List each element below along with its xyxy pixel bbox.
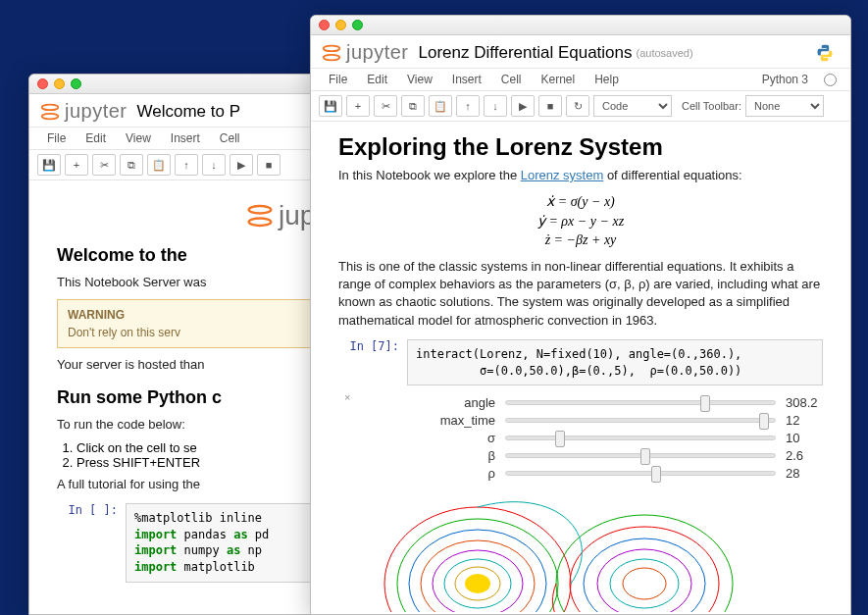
slider-value: 308.2 <box>776 395 823 410</box>
intro-para: In this Notebook we explore the Lorenz s… <box>338 167 823 184</box>
add-button[interactable]: + <box>346 95 370 117</box>
run-button[interactable]: ▶ <box>511 95 535 117</box>
kernel-idle-icon <box>824 74 837 86</box>
eq-3: ż = −βz + xy <box>338 231 823 250</box>
svg-point-2 <box>249 206 272 214</box>
widget-panel: × angle308.2max_time12σ10β2.6ρ28 <box>407 395 823 481</box>
stop-button[interactable]: ■ <box>538 95 562 117</box>
slider-value: 10 <box>776 431 823 445</box>
menu-file[interactable]: File <box>319 69 357 90</box>
slider-track[interactable] <box>505 436 776 440</box>
add-button[interactable]: + <box>65 154 88 176</box>
jupyter-logo[interactable]: jupyter <box>321 41 409 64</box>
slider-value: 2.6 <box>776 448 823 463</box>
menu-insert[interactable]: Insert <box>161 128 210 149</box>
copy-button[interactable]: ⧉ <box>401 95 425 117</box>
notebook-title[interactable]: Lorenz Differential Equations <box>419 43 633 63</box>
slider-label: max_time <box>407 413 505 428</box>
close-widget-icon[interactable]: × <box>344 391 350 403</box>
kernel-status: Python 3 <box>752 69 842 90</box>
slider-track[interactable] <box>505 400 776 405</box>
toolbar: 💾 + ✂ ⧉ 📋 ↑ ↓ ▶ ■ ↻ Code Cell Toolbar: N… <box>311 91 850 122</box>
logo-text: jupyter <box>346 41 409 64</box>
slider-max_time: max_time12 <box>407 413 823 428</box>
menubar: File Edit View Insert Cell Kernel Help P… <box>311 69 850 91</box>
titlebar[interactable] <box>311 16 850 35</box>
cell-toolbar-select[interactable]: None <box>745 95 824 117</box>
svg-point-8 <box>409 530 546 612</box>
slider-track[interactable] <box>505 453 776 458</box>
copy-button[interactable]: ⧉ <box>120 154 143 176</box>
slider-value: 28 <box>776 466 823 481</box>
menu-help[interactable]: Help <box>585 69 629 90</box>
slider-thumb[interactable] <box>651 466 661 483</box>
menu-view[interactable]: View <box>116 128 161 149</box>
svg-point-18 <box>610 559 679 608</box>
paste-button[interactable]: 📋 <box>147 154 171 176</box>
up-button[interactable]: ↑ <box>175 154 198 176</box>
eq-1: ẋ = σ(y − x) <box>338 192 823 212</box>
description: This is one of the classic systems in no… <box>338 258 823 330</box>
restart-button[interactable]: ↻ <box>566 95 589 117</box>
svg-point-5 <box>324 54 340 60</box>
front-window: jupyter Lorenz Differential Equations (a… <box>310 15 851 615</box>
save-button[interactable]: 💾 <box>319 95 342 117</box>
slider-label: ρ <box>407 466 505 481</box>
warning-body: Don't rely on this serv <box>68 326 180 339</box>
logo-text: jupyter <box>65 100 128 123</box>
paste-button[interactable]: 📋 <box>429 95 452 117</box>
cut-button[interactable]: ✂ <box>92 154 116 176</box>
menu-file[interactable]: File <box>37 128 76 149</box>
lorenz-link[interactable]: Lorenz system <box>521 168 604 182</box>
zoom-icon[interactable] <box>71 78 81 89</box>
code-cell[interactable]: In [7]: interact(Lorenz, N=fixed(10), an… <box>338 339 823 386</box>
svg-point-1 <box>42 113 59 119</box>
menu-edit[interactable]: Edit <box>76 128 116 149</box>
menu-cell[interactable]: Cell <box>491 69 532 90</box>
up-button[interactable]: ↑ <box>456 95 480 117</box>
menu-kernel[interactable]: Kernel <box>532 69 586 90</box>
autosaved-label: (autosaved) <box>637 47 693 59</box>
input-prompt: In [7]: <box>338 339 407 386</box>
minimize-icon[interactable] <box>54 78 65 89</box>
slider-thumb[interactable] <box>555 431 565 447</box>
menu-edit[interactable]: Edit <box>357 69 397 90</box>
cut-button[interactable]: ✂ <box>374 95 397 117</box>
celltype-select[interactable]: Code <box>593 95 672 117</box>
down-button[interactable]: ↓ <box>484 95 507 117</box>
slider-ρ: ρ28 <box>407 466 823 481</box>
slider-angle: angle308.2 <box>407 395 823 410</box>
svg-point-4 <box>324 45 340 51</box>
zoom-icon[interactable] <box>352 20 363 30</box>
close-icon[interactable] <box>37 78 48 89</box>
slider-label: β <box>407 448 505 463</box>
input-prompt: In [ ]: <box>57 503 126 583</box>
slider-track[interactable] <box>505 471 776 476</box>
down-button[interactable]: ↓ <box>202 154 226 176</box>
minimize-icon[interactable] <box>335 20 346 30</box>
python-icon <box>815 43 835 63</box>
slider-label: σ <box>407 431 505 445</box>
menu-insert[interactable]: Insert <box>442 69 491 90</box>
kernel-indicator <box>815 43 841 63</box>
kernel-name: Python 3 <box>752 69 818 90</box>
slider-label: angle <box>407 395 505 410</box>
menu-view[interactable]: View <box>397 69 442 90</box>
stop-button[interactable]: ■ <box>257 154 281 176</box>
close-icon[interactable] <box>319 20 330 30</box>
slider-thumb[interactable] <box>640 448 650 465</box>
run-button[interactable]: ▶ <box>230 154 253 176</box>
slider-thumb[interactable] <box>759 413 769 430</box>
slider-σ: σ10 <box>407 431 823 445</box>
equations: ẋ = σ(y − x) ẏ = ρx − y − xz ż = −βz + x… <box>338 192 823 250</box>
notebook-title[interactable]: Welcome to P <box>137 102 241 122</box>
eq-2: ẏ = ρx − y − xz <box>338 212 823 231</box>
menu-cell[interactable]: Cell <box>210 128 250 149</box>
svg-point-19 <box>623 568 666 599</box>
slider-thumb[interactable] <box>700 395 710 412</box>
slider-track[interactable] <box>505 418 776 423</box>
save-button[interactable]: 💾 <box>37 154 61 176</box>
svg-point-14 <box>556 515 733 612</box>
code-area[interactable]: interact(Lorenz, N=fixed(10), angle=(0.,… <box>407 339 823 386</box>
jupyter-logo[interactable]: jupyter <box>39 100 128 123</box>
